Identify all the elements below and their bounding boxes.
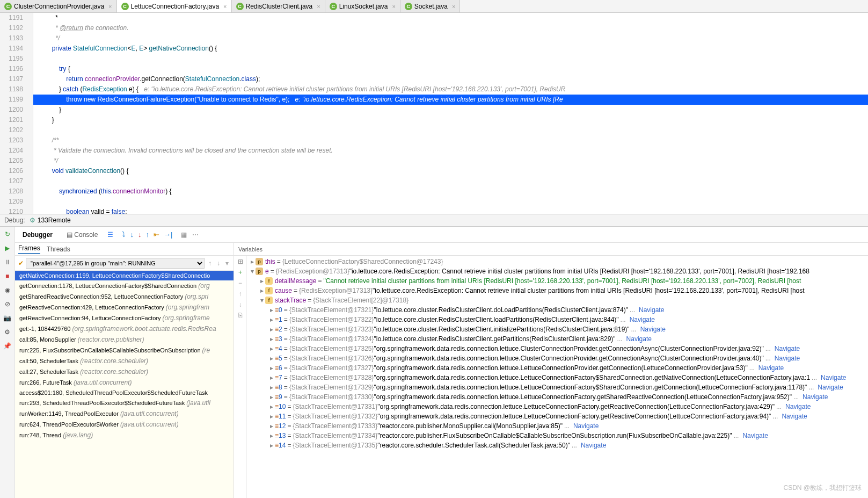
frame-item[interactable]: call:85, MonoSupplier (reactor.core.publ… <box>15 334 234 345</box>
var-row[interactable]: ▸≡ 9={StackTraceElement@17330} "org.spri… <box>247 392 868 402</box>
debug-config[interactable]: ⚙133Remote <box>30 216 71 224</box>
var-row[interactable]: ▾pe={RedisException@17313} "io.lettuce.c… <box>247 266 868 276</box>
navigate-link[interactable]: Navigate <box>630 316 655 323</box>
step-into-button[interactable]: ↓ <box>130 230 134 239</box>
navigate-link[interactable]: Navigate <box>742 432 768 439</box>
snapshot-button[interactable]: 📷 <box>2 313 13 323</box>
settings-button[interactable]: ⚙ <box>2 327 13 337</box>
frame-item[interactable]: runWorker:1149, ThreadPoolExecutor (java… <box>15 408 234 419</box>
var-row[interactable]: ▸≡ 4={StackTraceElement@17325} "org.spri… <box>247 344 868 353</box>
var-row[interactable]: ▸≡ 5={StackTraceElement@17326} "org.spri… <box>247 353 868 363</box>
navigate-link[interactable]: Navigate <box>640 326 666 333</box>
tab-0[interactable]: CClusterConnectionProvider.java× <box>0 0 117 12</box>
threads-tab[interactable]: Threads <box>47 246 70 253</box>
new-watch-button[interactable]: + <box>238 269 242 276</box>
restore-layout-button[interactable]: ⊞ <box>238 258 243 265</box>
close-icon[interactable]: × <box>317 3 320 10</box>
variables-tree[interactable]: ▸pthis={LettuceConnectionFactory$SharedC… <box>247 256 868 498</box>
var-row[interactable]: ▸≡ 12={StackTraceElement@17333} "reactor… <box>247 421 868 431</box>
var-row[interactable]: ▸≡ 11={StackTraceElement@17332} "org.spr… <box>247 412 868 421</box>
threads-icon[interactable]: ☰ <box>107 231 113 239</box>
close-icon[interactable]: × <box>392 3 395 10</box>
debugger-tab[interactable]: Debugger <box>18 229 57 241</box>
navigate-link[interactable]: Navigate <box>758 364 784 372</box>
frame-item[interactable]: run:225, FluxSubscribeOnCallable$Callabl… <box>15 345 234 356</box>
var-row[interactable]: ▸≡ 13={StackTraceElement@17334} "reactor… <box>247 431 868 441</box>
frames-list[interactable]: getNativeConnection:1199, LettuceConnect… <box>15 271 234 498</box>
frame-item[interactable]: run:266, FutureTask (java.util.concurren… <box>15 377 234 388</box>
frame-item[interactable]: getConnection:1178, LettuceConnectionFac… <box>15 280 234 291</box>
thread-dropdown[interactable]: "parallel-4"@17,295 in group "main": RUN… <box>26 258 205 269</box>
view-breakpoints-button[interactable]: ◉ <box>2 285 13 295</box>
rerun-button[interactable]: ↻ <box>2 229 13 240</box>
navigate-link[interactable]: Navigate <box>785 403 811 410</box>
close-icon[interactable]: × <box>108 3 112 10</box>
frame-item[interactable]: access$201:180, ScheduledThreadPoolExecu… <box>15 388 234 398</box>
var-row[interactable]: ▸≡ 3={StackTraceElement@17324} "io.lettu… <box>247 334 868 344</box>
navigate-link[interactable]: Navigate <box>775 345 800 352</box>
more-button[interactable]: ⋯ <box>192 231 199 239</box>
navigate-link[interactable]: Navigate <box>821 374 846 381</box>
force-step-into-button[interactable]: ↓ <box>138 230 142 239</box>
step-over-button[interactable]: ⤵ <box>122 230 126 239</box>
resume-button[interactable]: ▶ <box>2 243 13 254</box>
navigate-link[interactable]: Navigate <box>782 413 807 420</box>
gutter[interactable]: 1191119211931194119511961197119811991200… <box>0 13 33 214</box>
close-icon[interactable]: × <box>452 3 455 10</box>
var-row[interactable]: ▸≡ 10={StackTraceElement@17331} "org.spr… <box>247 402 868 412</box>
var-row[interactable]: ▸pthis={LettuceConnectionFactory$SharedC… <box>247 257 868 266</box>
var-row[interactable]: ▸≡ 0={StackTraceElement@17321} "io.lettu… <box>247 305 868 315</box>
mute-breakpoints-button[interactable]: ⊘ <box>2 299 13 309</box>
navigate-link[interactable]: Navigate <box>803 393 828 401</box>
frame-item[interactable]: run:748, Thread (java.lang) <box>15 430 234 441</box>
debug-label: Debug: <box>4 216 25 224</box>
frame-item[interactable]: getNativeConnection:1199, LettuceConnect… <box>15 271 234 280</box>
var-row[interactable]: ▸≡ 7={StackTraceElement@17328} "org.spri… <box>247 373 868 382</box>
var-row[interactable]: ▸≡ 1={StackTraceElement@17322} "io.lettu… <box>247 315 868 324</box>
navigate-link[interactable]: Navigate <box>626 335 652 343</box>
tab-1[interactable]: CLettuceConnectionFactory.java× <box>117 0 232 12</box>
evaluate-button[interactable]: ▦ <box>181 231 187 239</box>
stop-button[interactable]: ■ <box>2 271 13 282</box>
frame-item[interactable]: getReactiveConnection:94, LettuceConnect… <box>15 313 234 323</box>
var-row[interactable]: ▸≡ 6={StackTraceElement@17327} "org.spri… <box>247 363 868 373</box>
down-button[interactable]: ↓ <box>239 301 242 308</box>
up-button[interactable]: ↑ <box>239 290 242 298</box>
var-row[interactable]: ▾fstackTrace={StackTraceElement[22]@1731… <box>247 295 868 305</box>
frame-item[interactable]: getReactiveConnection:429, LettuceConnec… <box>15 302 234 313</box>
tab-4[interactable]: CSocket.java× <box>400 0 460 12</box>
pause-button[interactable]: ⏸ <box>2 257 13 268</box>
step-out-button[interactable]: ↑ <box>145 230 149 239</box>
frame-item[interactable]: call:27, SchedulerTask (reactor.core.sch… <box>15 366 234 377</box>
var-row[interactable]: ▸≡ 8={StackTraceElement@17329} "org.spri… <box>247 382 868 392</box>
drop-frame-button[interactable]: ⇤ <box>154 230 159 239</box>
copy-button[interactable]: ⎘ <box>238 312 242 319</box>
var-row[interactable]: ▸fdetailMessage="Cannot retrieve initial… <box>247 276 868 286</box>
frames-tab[interactable]: Frames <box>18 244 40 254</box>
navigate-link[interactable]: Navigate <box>818 384 843 391</box>
var-row[interactable]: ▸≡ 14={StackTraceElement@17335} "reactor… <box>247 441 868 450</box>
navigate-link[interactable]: Navigate <box>573 422 599 430</box>
frame-item[interactable]: call:50, SchedulerTask (reactor.core.sch… <box>15 356 234 366</box>
pin-button[interactable]: 📌 <box>2 341 13 351</box>
filter-button[interactable]: ▾ <box>224 259 230 267</box>
tab-3[interactable]: CLinuxSocket.java× <box>325 0 400 12</box>
prev-frame-button[interactable]: ↑ <box>207 259 213 267</box>
frame-item[interactable]: get:-1, 1084429760 (org.springframework.… <box>15 323 234 334</box>
run-to-cursor-button[interactable]: →| <box>164 230 172 239</box>
tab-2[interactable]: CRedisClusterClient.java× <box>232 0 325 12</box>
next-frame-button[interactable]: ↓ <box>215 259 222 267</box>
console-tab[interactable]: ▤ Console <box>62 229 102 241</box>
remove-watch-button[interactable]: − <box>238 279 242 287</box>
navigate-link[interactable]: Navigate <box>775 355 800 362</box>
navigate-link[interactable]: Navigate <box>581 442 606 449</box>
frame-item[interactable]: run:293, ScheduledThreadPoolExecutor$Sch… <box>15 398 234 408</box>
navigate-link[interactable]: Navigate <box>639 306 664 314</box>
frame-item[interactable]: run:624, ThreadPoolExecutor$Worker (java… <box>15 419 234 430</box>
editor[interactable]: 1191119211931194119511961197119811991200… <box>0 13 868 214</box>
frame-item[interactable]: getSharedReactiveConnection:952, Lettuce… <box>15 291 234 302</box>
var-row[interactable]: ▸≡ 2={StackTraceElement@17323} "io.lettu… <box>247 324 868 334</box>
close-icon[interactable]: × <box>223 3 227 10</box>
code-area[interactable]: * * @return the connection. */ private S… <box>33 13 868 214</box>
var-row[interactable]: ▸fcause={RedisException@17313} "io.lettu… <box>247 286 868 295</box>
